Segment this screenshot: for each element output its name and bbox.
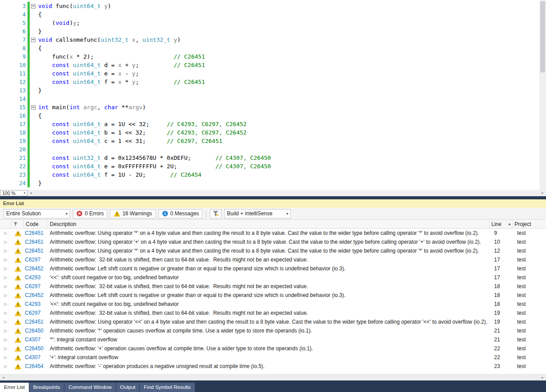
error-list-row[interactable]: ▷C26450Arithmetic overflow: '*' operatio… — [0, 326, 546, 335]
scroll-left-icon[interactable]: ◄ — [28, 190, 34, 196]
error-list-panel-title[interactable]: Error List — [0, 199, 546, 208]
row-expander-icon[interactable]: ▷ — [0, 355, 12, 360]
warning-description[interactable]: Arithmetic overflow: Using operator '*' … — [48, 230, 490, 236]
row-expander-icon[interactable]: ▷ — [0, 293, 12, 297]
row-expander-icon[interactable]: ▷ — [0, 284, 12, 289]
code-line[interactable]: 17 const uint64_t a = 1U << 32; // C4293… — [0, 120, 539, 128]
code-line[interactable]: 3void func(uint64_t y) — [0, 2, 539, 10]
warning-code-link[interactable]: C26451 — [24, 239, 48, 245]
warning-description[interactable]: Arithmetic overflow: Using operator '*' … — [48, 248, 490, 254]
collapse-region-icon[interactable] — [31, 105, 36, 110]
error-list-row[interactable]: ▷C4293'<<': shift count negative or too … — [0, 273, 546, 282]
error-list-row[interactable]: ▷C26452Arithmetic overflow: Left shift c… — [0, 291, 546, 300]
row-expander-icon[interactable]: ▷ — [0, 257, 12, 262]
warning-description[interactable]: Arithmetic overflow: '+' operation cause… — [48, 345, 490, 352]
row-expander-icon[interactable]: ▷ — [0, 302, 12, 306]
code-line[interactable]: 6} — [0, 27, 539, 36]
code-editor[interactable]: 3void func(uint64_t y)4{5 (void)y;6}7voi… — [0, 0, 546, 190]
code-line[interactable]: 5 (void)y; — [0, 19, 539, 27]
messages-filter-button[interactable]: 0 Messages — [158, 209, 203, 218]
warning-code-link[interactable]: C6297 — [24, 310, 48, 316]
row-expander-icon[interactable]: ▷ — [0, 240, 12, 244]
warning-description[interactable]: Arithmetic overflow: Using operator '+' … — [48, 239, 490, 245]
error-list-row[interactable]: ▷C26451Arithmetic overflow: Using operat… — [0, 229, 546, 238]
code-line[interactable]: 14 — [0, 95, 539, 103]
code-line[interactable]: 11 const uint64_t e = x - y; — [0, 69, 539, 78]
warning-description[interactable]: '+': integral constant overflow — [48, 354, 490, 360]
row-expander-icon[interactable]: ▷ — [0, 329, 12, 333]
code-line[interactable]: 16{ — [0, 111, 539, 120]
warning-code-link[interactable]: C6297 — [24, 283, 48, 289]
code-line[interactable]: 7void callsomefunc(uint32_t x, uint32_t … — [0, 36, 539, 44]
row-expander-icon[interactable]: ▷ — [0, 275, 12, 280]
warning-code-link[interactable]: C26451 — [24, 319, 48, 325]
warning-description[interactable]: '<<': shift count negative or too big, u… — [48, 274, 490, 281]
warning-description[interactable]: Arithmetic overflow: Left shift count is… — [48, 292, 490, 298]
warning-description[interactable]: Arithmetic overflow: '-' operation produ… — [48, 363, 490, 369]
warning-description[interactable]: '*': integral constant overflow — [48, 337, 490, 343]
error-list-row[interactable]: ▷C6297Arithmetic overflow: 32-bit value … — [0, 255, 546, 264]
error-list-row[interactable]: ▷C26451Arithmetic overflow: Using operat… — [0, 238, 546, 246]
collapse-region-icon[interactable] — [31, 38, 36, 42]
code-line[interactable]: 13} — [0, 86, 539, 95]
scrollbar-thumb[interactable] — [540, 1, 545, 72]
scope-dropdown[interactable]: Entire Solution ▾ — [4, 209, 70, 218]
code-line[interactable]: 22 const uint64_t e = 0xFFFFFFFFU + 2U; … — [0, 162, 539, 170]
line-column-header[interactable]: Line▲ — [490, 220, 513, 228]
error-list-row[interactable]: ▷C26454Arithmetic overflow: '-' operatio… — [0, 362, 546, 371]
warning-code-link[interactable]: C6297 — [24, 257, 48, 263]
tab-error-list[interactable]: Error List — [0, 383, 29, 392]
warning-description[interactable]: Arithmetic overflow: 32-bit value is shi… — [48, 310, 490, 316]
scroll-right-icon[interactable]: ► — [539, 190, 546, 196]
error-list-row[interactable]: ▷C26451Arithmetic overflow: Using operat… — [0, 317, 546, 326]
description-column-header[interactable]: Description — [48, 220, 490, 228]
warning-code-link[interactable]: C4307 — [24, 337, 48, 343]
warning-code-link[interactable]: C4293 — [24, 274, 48, 281]
code-line[interactable]: 19 const uint64_t c = 1 << 31; // C6297,… — [0, 137, 539, 145]
error-list-row[interactable]: ▷C4307'*': integral constant overflow21t… — [0, 335, 546, 344]
tab-breakpoints[interactable]: Breakpoints — [29, 383, 64, 392]
tab-find-symbol-results[interactable]: Find Symbol Results — [140, 383, 194, 392]
tab-command-window[interactable]: Command Window — [64, 383, 115, 392]
error-list-row[interactable]: ▷C6297Arithmetic overflow: 32-bit value … — [0, 282, 546, 291]
error-list-row[interactable]: ▷C26452Arithmetic overflow: Left shift c… — [0, 264, 546, 273]
code-column-header[interactable]: Code — [24, 220, 48, 228]
tab-output[interactable]: Output — [116, 383, 140, 392]
warning-code-link[interactable]: C4307 — [24, 354, 48, 360]
code-line[interactable]: 23 const uint64_t f = 1U - 2U; // C26454 — [0, 170, 539, 179]
row-expander-icon[interactable]: ▷ — [0, 364, 12, 368]
row-expander-icon[interactable]: ▷ — [0, 249, 12, 253]
warning-code-link[interactable]: C26450 — [24, 328, 48, 334]
zoom-level-dropdown[interactable]: 100 % ▾ — [0, 190, 28, 196]
severity-column-header[interactable] — [12, 220, 24, 228]
editor-vertical-scrollbar[interactable] — [539, 0, 546, 190]
warning-code-link[interactable]: C26454 — [24, 363, 48, 369]
warning-code-link[interactable]: C4293 — [24, 301, 48, 307]
row-expander-icon[interactable]: ▷ — [0, 231, 12, 235]
warning-code-link[interactable]: C26451 — [24, 230, 48, 236]
row-expander-icon[interactable]: ▷ — [0, 346, 12, 351]
code-line[interactable]: 24} — [0, 179, 539, 187]
scroll-left-icon[interactable]: ◄ — [0, 375, 7, 380]
source-dropdown[interactable]: Build + IntelliSense ▾ — [224, 209, 291, 218]
project-column-header[interactable]: Project — [513, 220, 546, 228]
collapse-region-icon[interactable] — [31, 4, 36, 8]
error-list-row[interactable]: ▷C4307'+': integral constant overflow22t… — [0, 353, 546, 362]
code-line[interactable]: 18 const uint64_t b = 1 << 32; // C4293,… — [0, 128, 539, 137]
row-expander-icon[interactable]: ▷ — [0, 311, 12, 315]
row-expander-icon[interactable]: ▷ — [0, 337, 12, 342]
warning-description[interactable]: Arithmetic overflow: 32-bit value is shi… — [48, 257, 490, 263]
code-line[interactable]: 15int main(int argc, char **argv) — [0, 103, 539, 111]
code-line[interactable]: 20 — [0, 145, 539, 154]
scroll-right-icon[interactable]: ► — [539, 375, 546, 380]
window-splitter[interactable] — [0, 196, 546, 199]
row-expander-icon[interactable]: ▷ — [0, 266, 12, 271]
warning-description[interactable]: Arithmetic overflow: Using operator '<<'… — [48, 319, 490, 325]
editor-horizontal-scrollbar[interactable] — [34, 190, 539, 196]
warning-code-link[interactable]: C26450 — [24, 345, 48, 352]
warning-description[interactable]: Arithmetic overflow: '*' operation cause… — [48, 328, 490, 334]
filter-settings-button[interactable] — [210, 209, 222, 218]
row-expander-icon[interactable]: ▷ — [0, 320, 12, 324]
code-line[interactable]: 8{ — [0, 44, 539, 52]
warning-description[interactable]: '<<': shift count negative or too big, u… — [48, 301, 490, 307]
